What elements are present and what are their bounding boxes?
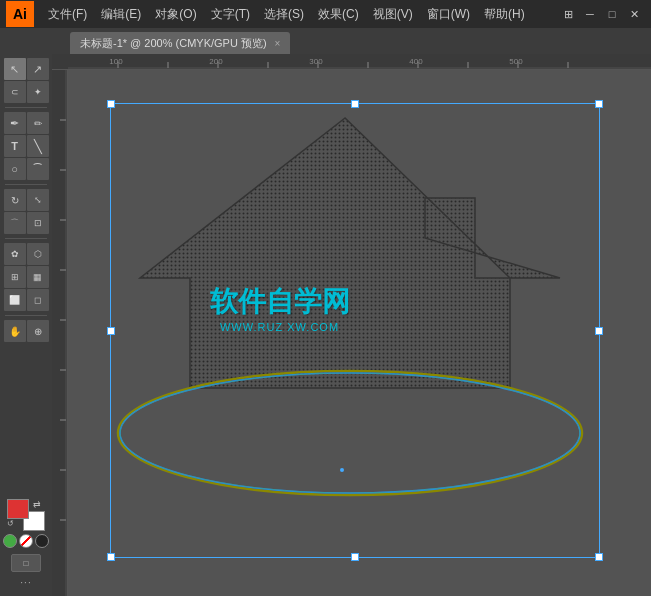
- menu-select[interactable]: 选择(S): [258, 4, 310, 25]
- color-none-icon[interactable]: [19, 534, 33, 548]
- handle-bottom-middle[interactable]: [351, 553, 359, 561]
- svg-text:300: 300: [309, 57, 323, 66]
- handle-top-right[interactable]: [595, 100, 603, 108]
- toolbar-left: ↖ ↗ ⊂ ✦ ✒ ✏ T ╲ ○ ⁀: [0, 54, 52, 596]
- screen-mode-btn[interactable]: □: [11, 554, 41, 572]
- handle-bottom-right[interactable]: [595, 553, 603, 561]
- swap-colors-btn[interactable]: ⇄: [33, 499, 45, 511]
- tool-group-select: ↖ ↗ ⊂ ✦: [2, 58, 50, 103]
- graph-tool[interactable]: ▦: [27, 266, 49, 288]
- main-layout: ↖ ↗ ⊂ ✦ ✒ ✏ T ╲ ○ ⁀: [0, 54, 651, 596]
- color-modes-row: [3, 534, 49, 548]
- slice-tool[interactable]: ⬜: [4, 289, 26, 311]
- tool-separator-4: [5, 315, 47, 316]
- type-tool[interactable]: T: [4, 135, 26, 157]
- handle-top-middle[interactable]: [351, 100, 359, 108]
- ruler-horizontal: 100 200 300 400 500: [52, 54, 651, 70]
- svg-text:100: 100: [109, 57, 123, 66]
- line-tool[interactable]: ╲: [27, 135, 49, 157]
- document-tab[interactable]: 未标题-1* @ 200% (CMYK/GPU 预览) ×: [70, 32, 290, 54]
- mesh-tool[interactable]: ⊞: [4, 266, 26, 288]
- scale-tool[interactable]: ⤡: [27, 189, 49, 211]
- canvas-content: 软件自学网 WWW.RUZ XW.COM: [100, 83, 620, 583]
- svg-point-29: [120, 373, 580, 493]
- more-tools-btn[interactable]: ···: [20, 577, 31, 588]
- menu-window[interactable]: 窗口(W): [421, 4, 476, 25]
- ellipse-shape: [115, 363, 585, 503]
- ellipse-tool[interactable]: ○: [4, 158, 26, 180]
- pen-tool[interactable]: ✒: [4, 112, 26, 134]
- menu-view[interactable]: 视图(V): [367, 4, 419, 25]
- free-transform-tool[interactable]: ⊡: [27, 212, 49, 234]
- tool-group-draw: ✒ ✏ T ╲ ○ ⁀: [2, 112, 50, 180]
- tab-bar: 未标题-1* @ 200% (CMYK/GPU 预览) ×: [0, 28, 651, 54]
- tab-close-btn[interactable]: ×: [275, 38, 281, 49]
- tool-group-other: ✿ ⬡ ⊞ ▦ ⬜ ◻: [2, 243, 50, 311]
- canvas-wrapper: 软件自学网 WWW.RUZ XW.COM: [68, 70, 651, 596]
- ruler-vertical: [52, 70, 68, 596]
- menu-type[interactable]: 文字(T): [205, 4, 256, 25]
- perspective-tool[interactable]: ⬡: [27, 243, 49, 265]
- tab-label: 未标题-1* @ 200% (CMYK/GPU 预览): [80, 36, 267, 51]
- handle-bottom-left[interactable]: [107, 553, 115, 561]
- menu-effect[interactable]: 效果(C): [312, 4, 365, 25]
- direct-select-tool[interactable]: ↗: [27, 58, 49, 80]
- color-pair: ⇄ ↺: [7, 499, 45, 531]
- svg-point-27: [118, 371, 582, 495]
- ai-logo: Ai: [6, 1, 34, 27]
- tool-group-transform: ↻ ⤡ ⌒ ⊡: [2, 189, 50, 234]
- tool-separator-1: [5, 107, 47, 108]
- minimize-btn[interactable]: ─: [579, 3, 601, 25]
- foreground-color-box[interactable]: [7, 499, 29, 519]
- eraser-tool[interactable]: ◻: [27, 289, 49, 311]
- svg-text:500: 500: [509, 57, 523, 66]
- tool-separator-3: [5, 238, 47, 239]
- svg-text:400: 400: [409, 57, 423, 66]
- menu-object[interactable]: 对象(O): [149, 4, 202, 25]
- handle-middle-left[interactable]: [107, 327, 115, 335]
- paintbrush-tool[interactable]: ⁀: [27, 158, 49, 180]
- rotate-tool[interactable]: ↻: [4, 189, 26, 211]
- svg-text:200: 200: [209, 57, 223, 66]
- menu-help[interactable]: 帮助(H): [478, 4, 531, 25]
- handle-middle-right[interactable]: [595, 327, 603, 335]
- title-bar: Ai 文件(F) 编辑(E) 对象(O) 文字(T) 选择(S) 效果(C) 视…: [0, 0, 651, 28]
- color-section: ⇄ ↺ □ ···: [3, 499, 49, 592]
- hand-tool[interactable]: ✋: [4, 320, 26, 342]
- symbol-tool[interactable]: ✿: [4, 243, 26, 265]
- pencil-tool[interactable]: ✏: [27, 112, 49, 134]
- maximize-btn[interactable]: □: [601, 3, 623, 25]
- tool-group-nav: ✋ ⊕: [2, 320, 50, 342]
- tool-separator-2: [5, 184, 47, 185]
- close-btn[interactable]: ✕: [623, 3, 645, 25]
- handle-top-left[interactable]: [107, 100, 115, 108]
- select-tool[interactable]: ↖: [4, 58, 26, 80]
- lasso-tool[interactable]: ⊂: [4, 81, 26, 103]
- menu-edit[interactable]: 编辑(E): [95, 4, 147, 25]
- magic-wand-tool[interactable]: ✦: [27, 81, 49, 103]
- color-stroke-icon[interactable]: [35, 534, 49, 548]
- color-fill-icon[interactable]: [3, 534, 17, 548]
- zoom-tool[interactable]: ⊕: [27, 320, 49, 342]
- menu-file[interactable]: 文件(F): [42, 4, 93, 25]
- canvas-area[interactable]: 100 200 300 400 500: [52, 54, 651, 596]
- house-shape: [130, 108, 570, 398]
- menu-bar: 文件(F) 编辑(E) 对象(O) 文字(T) 选择(S) 效果(C) 视图(V…: [42, 4, 557, 25]
- window-controls: ⊞ ─ □ ✕: [557, 3, 645, 25]
- grid-view-btn[interactable]: ⊞: [557, 3, 579, 25]
- warp-tool[interactable]: ⌒: [4, 212, 26, 234]
- ellipse-center-dot: [340, 468, 344, 472]
- reset-colors-btn[interactable]: ↺: [7, 519, 19, 531]
- svg-point-28: [120, 373, 580, 493]
